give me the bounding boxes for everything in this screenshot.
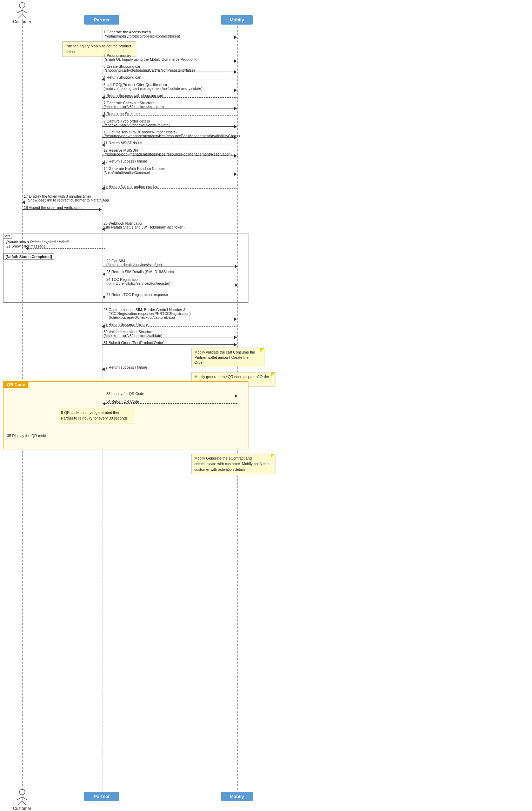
svg-line-4 — [18, 14, 22, 19]
svg-line-3 — [22, 10, 27, 13]
step-23-label: 23 Retrurn SIM Details (SIM ID, IMSI etc… — [106, 270, 174, 274]
arrow-24 — [103, 285, 237, 285]
step-34-label: 34 Return QR Code — [106, 399, 139, 403]
arrow-9 — [102, 126, 237, 127]
arrow-30 — [102, 337, 237, 337]
alt-sublabel: [Nafath status Reject / expired / failed… — [6, 240, 68, 244]
arrow-7 — [102, 108, 237, 108]
mobily-econtract-note: Mobily Generate the eContract and commun… — [191, 454, 275, 474]
svg-line-9 — [22, 797, 27, 800]
diagram-container: Customer Partner Mobily 1 Generate the A… — [0, 0, 532, 811]
step-27-label: 27 Return TCC Registration response — [106, 292, 168, 297]
arrow-27 — [103, 297, 237, 297]
arrow-29 — [102, 326, 237, 327]
svg-line-11 — [22, 801, 26, 805]
arrow-22 — [103, 266, 237, 266]
arrow-18 — [22, 209, 101, 210]
arrow-33 — [103, 396, 237, 396]
arrow-2 — [102, 61, 237, 61]
arrow-5 — [102, 90, 237, 90]
customer-label-bottom: Customer — [13, 806, 31, 811]
arrow-11 — [102, 145, 237, 145]
mobily-box-top: Mobily — [221, 15, 253, 25]
svg-line-10 — [18, 801, 22, 805]
partner-box-top: Partner — [84, 15, 119, 25]
partner-box-bottom: Partner — [84, 792, 119, 801]
arrow-6 — [102, 97, 237, 98]
customer-actor-top: Customer — [12, 2, 32, 24]
customer-label-top: Customer — [13, 19, 31, 24]
arrow-34 — [103, 403, 237, 404]
customer-actor-bottom: Customer — [12, 789, 32, 811]
arrow-16 — [102, 188, 237, 189]
customer-figure-bottom — [12, 789, 32, 805]
step-1-label: 1 Generate the Access token — [104, 30, 151, 34]
step-1-sub: (/realms/mobily/protocol/openid-connect/… — [104, 34, 180, 38]
mobily-validate-note: Mobily validate the cart Consume the Par… — [191, 348, 265, 367]
arrow-3 — [102, 72, 237, 72]
qr-note: If QR code is not yet generated then Par… — [58, 408, 135, 423]
qr-frame-label: QR Code — [4, 382, 28, 388]
alt-label: alt — [3, 233, 12, 239]
svg-point-0 — [19, 2, 25, 8]
svg-line-5 — [22, 14, 26, 19]
arrow-32 — [102, 369, 237, 369]
step-33-label: 33 Inquiry for QR Code — [106, 391, 144, 396]
arrow-21 — [26, 248, 105, 249]
mobily-box-bottom: Mobily — [221, 792, 253, 801]
step-35-label: 35 Display the QR code — [7, 434, 46, 438]
qr-frame: QR Code 33 Inquiry for QR Code 34 Return… — [3, 381, 248, 449]
arrow-13 — [102, 163, 237, 163]
arrow-20 — [102, 229, 237, 229]
svg-line-2 — [17, 10, 22, 13]
arrow-28 — [102, 319, 237, 319]
svg-line-8 — [17, 797, 22, 800]
arrow-8 — [102, 116, 237, 116]
svg-point-6 — [19, 789, 25, 795]
arrow-31 — [102, 344, 237, 345]
customer-figure-top — [12, 2, 32, 19]
alt-frame: alt [Nafath status Reject / expired / fa… — [3, 233, 248, 303]
arrow-17 — [22, 202, 101, 202]
arrow-12 — [102, 156, 237, 156]
arrow-23 — [103, 274, 237, 274]
arrow-14 — [102, 174, 237, 174]
arrow-4 — [102, 79, 237, 79]
arrow-10 — [102, 137, 237, 138]
nafath-completed-label: [Nafath Status Completed] — [4, 253, 54, 260]
